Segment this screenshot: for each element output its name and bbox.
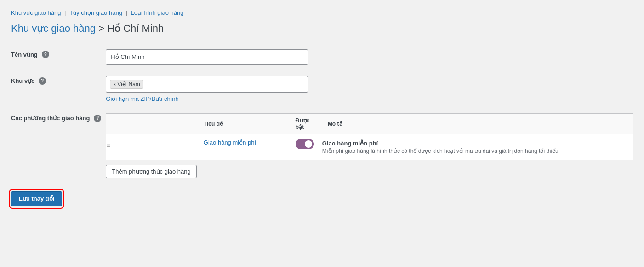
method-toggle[interactable] [296, 139, 314, 149]
drag-handle-icon[interactable]: ≡ [106, 141, 112, 149]
col-title-header: Tiêu đề [198, 113, 290, 134]
method-description: Giao hàng miễn phí Miễn phí giao hàng là… [322, 140, 633, 154]
page-title-current: Hồ Chí Minh [107, 23, 164, 34]
add-method-button[interactable]: Thêm phương thức giao hàng [106, 165, 196, 178]
page-title-link[interactable]: Khu vực giao hàng [11, 23, 96, 34]
page-title-separator: > [98, 23, 104, 34]
method-desc-title: Giao hàng miễn phí [322, 140, 633, 147]
breadcrumb: Khu vực giao hàng | Tùy chọn giao hàng |… [11, 9, 633, 16]
form-table: Tên vùng ? Khu vực ? x Việt Nam [11, 44, 633, 184]
khu-vuc-label: Khu vực ? [11, 77, 101, 85]
shipping-method-row: ≡ Giao hàng miễn phí Giao hàng miễn phí … [106, 134, 633, 160]
breadcrumb-sep-1: | [64, 9, 66, 16]
save-button[interactable]: Lưu thay đổi [11, 191, 62, 206]
method-desc-subtitle: Miễn phí giao hàng là hình thức có thể đ… [322, 148, 633, 154]
method-title-link[interactable]: Giao hàng miễn phí [204, 139, 256, 146]
breadcrumb-sep-2: | [125, 9, 127, 16]
col-enabled-header: Được bật [290, 113, 322, 134]
ten-vung-label: Tên vùng ? [11, 51, 101, 58]
col-desc-header: Mô tả [322, 113, 633, 134]
region-tag-label: Việt Nam [117, 81, 140, 87]
breadcrumb-link-khu-vuc[interactable]: Khu vực giao hàng [11, 9, 61, 16]
shipping-methods-help-icon[interactable]: ? [94, 115, 101, 122]
khu-vuc-field[interactable]: x Việt Nam [106, 76, 308, 93]
khu-vuc-help-icon[interactable]: ? [39, 77, 46, 85]
row-ten-vung: Tên vùng ? [11, 44, 633, 70]
ten-vung-input[interactable] [106, 49, 308, 65]
breadcrumb-link-loai-hinh[interactable]: Loại hình giao hàng [131, 9, 183, 16]
zip-link[interactable]: Giới hạn mã ZIP/Bưu chính [106, 95, 178, 102]
breadcrumb-link-tuy-chon[interactable]: Tùy chọn giao hàng [69, 9, 122, 16]
shipping-methods-table: Tiêu đề Được bật Mô tả ≡ Giao hàng miễn … [106, 113, 633, 160]
region-tag-remove[interactable]: x [113, 81, 116, 87]
row-shipping-methods: Các phương thức giao hàng ? Tiêu đề Được… [11, 108, 633, 184]
ten-vung-help-icon[interactable]: ? [42, 51, 49, 58]
shipping-methods-label: Các phương thức giao hàng ? [11, 115, 101, 122]
region-tag-vietnam: x Việt Nam [110, 80, 143, 89]
shipping-table-header-row: Tiêu đề Được bật Mô tả [106, 113, 633, 134]
toggle-slider [296, 139, 314, 149]
col-drag-header [106, 113, 198, 134]
row-khu-vuc: Khu vực ? x Việt Nam Giới hạn mã ZIP/Bưu… [11, 70, 633, 108]
page-title: Khu vực giao hàng > Hồ Chí Minh [11, 23, 633, 35]
